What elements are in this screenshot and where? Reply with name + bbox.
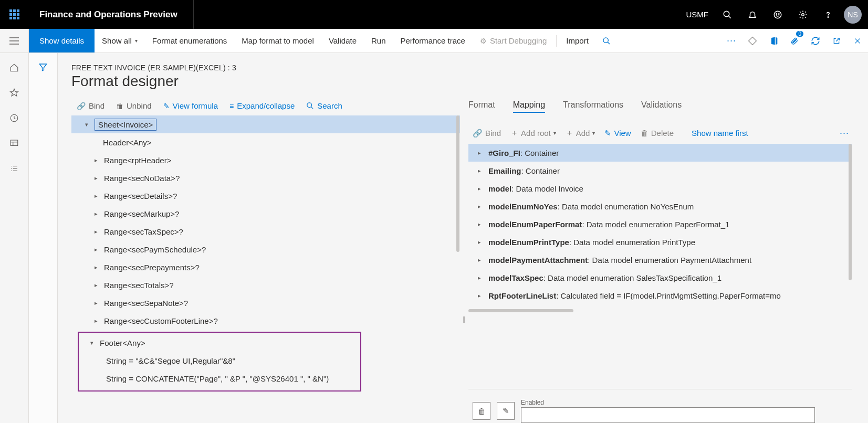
mapping-node[interactable]: ▸modelEnumPaperFormat: Data model enumer…: [468, 215, 852, 233]
expand-icon[interactable]: ▸: [91, 175, 101, 182]
expand-icon[interactable]: ▸: [91, 246, 101, 253]
office-icon[interactable]: [763, 29, 784, 52]
bind-button[interactable]: 🔗 Bind: [473, 129, 501, 138]
search-icon[interactable]: [715, 0, 740, 29]
tree-node-footer-string[interactable]: String = "&C&"Segoe UI,Regular"&8": [79, 352, 360, 369]
mapping-node[interactable]: ▸modelEnumPrintType: Data model enumerat…: [468, 233, 852, 251]
bind-button[interactable]: 🔗 Bind: [77, 101, 104, 110]
collapse-icon[interactable]: ▾: [87, 340, 97, 346]
tree-node[interactable]: ▸Range<secPrepayments>?: [71, 258, 460, 276]
edit-field-button[interactable]: ✎: [497, 402, 515, 420]
mapping-node[interactable]: ▸modelEnumNoYes: Data model enumeration …: [468, 197, 852, 215]
close-icon[interactable]: [847, 29, 868, 52]
show-name-first-button[interactable]: Show name first: [692, 129, 748, 138]
show-all-button[interactable]: Show all ▾: [95, 29, 145, 52]
expand-icon[interactable]: ▸: [91, 157, 101, 164]
format-enumerations-button[interactable]: Format enumerations: [145, 29, 235, 52]
expand-icon[interactable]: ▸: [475, 274, 484, 281]
scrollbar-horizontal[interactable]: [468, 309, 852, 313]
expand-icon[interactable]: ▸: [475, 150, 484, 156]
star-icon[interactable]: [9, 88, 19, 98]
scrollbar-vertical[interactable]: [456, 115, 460, 423]
tree-node[interactable]: ▸Range<secMarkup>?: [71, 205, 460, 223]
tree-node[interactable]: ▸Range<secPaymSchedule>?: [71, 240, 460, 258]
expand-icon[interactable]: ▸: [91, 210, 101, 217]
bell-icon[interactable]: [740, 0, 765, 29]
avatar[interactable]: NS: [844, 6, 862, 24]
diamond-icon[interactable]: [742, 29, 763, 52]
tree-node[interactable]: ▸Range<secCustomFooterLine>?: [71, 312, 460, 330]
recent-icon[interactable]: [9, 113, 19, 123]
legal-entity[interactable]: USMF: [680, 10, 715, 19]
tree-node[interactable]: Header<Any>: [71, 133, 460, 151]
expand-icon[interactable]: ▸: [475, 185, 484, 192]
modules-icon[interactable]: [9, 163, 19, 174]
workspace-icon[interactable]: [9, 138, 19, 149]
tree-node[interactable]: ▸Range<secDetails>?: [71, 187, 460, 205]
mapping-node[interactable]: ▸Emailing: Container: [468, 162, 852, 179]
search-button[interactable]: Search: [306, 101, 342, 110]
tree-node[interactable]: ▸Range<secNoData>?: [71, 169, 460, 187]
performance-trace-button[interactable]: Performance trace: [393, 29, 473, 52]
mapping-node[interactable]: ▸modelPaymentAttachment: Data model enum…: [468, 251, 852, 269]
validate-button[interactable]: Validate: [321, 29, 364, 52]
overflow-icon[interactable]: ···: [840, 128, 852, 139]
scrollbar-vertical[interactable]: [848, 144, 852, 280]
mapping-node[interactable]: ▸modelTaxSpec: Data model enumeration Sa…: [468, 269, 852, 287]
expand-icon[interactable]: ▸: [475, 221, 484, 228]
expand-icon[interactable]: ▸: [91, 282, 101, 289]
expand-icon[interactable]: ▸: [475, 167, 484, 174]
view-formula-button[interactable]: ✎ View formula: [163, 101, 218, 110]
popout-icon[interactable]: [826, 29, 847, 52]
tab-format[interactable]: Format: [468, 100, 495, 113]
tree-node-footer[interactable]: ▾Footer<Any>: [79, 334, 360, 352]
expand-icon[interactable]: ▸: [91, 228, 101, 235]
show-details-button[interactable]: Show details: [29, 29, 95, 52]
add-root-button[interactable]: ＋ Add root ▾: [510, 128, 556, 138]
expand-icon[interactable]: ▸: [91, 264, 101, 271]
filter-icon[interactable]: [38, 62, 48, 423]
expand-icon[interactable]: ▸: [475, 239, 484, 246]
scrollbar-thumb[interactable]: [849, 144, 852, 280]
add-button[interactable]: ＋ Add ▾: [566, 128, 595, 138]
unbind-button[interactable]: 🗑 Unbind: [116, 101, 152, 110]
gear-icon[interactable]: [790, 0, 815, 29]
tree-node-footer-string[interactable]: String = CONCATENATE("Page", " &P ", "@S…: [79, 369, 360, 387]
start-debugging-button[interactable]: ⚙ Start Debugging: [473, 29, 554, 52]
run-button[interactable]: Run: [364, 29, 393, 52]
collapse-icon[interactable]: ▾: [82, 121, 91, 128]
search-command-icon[interactable]: [596, 29, 617, 52]
import-button[interactable]: Import: [559, 29, 596, 52]
home-icon[interactable]: [9, 62, 19, 73]
tab-transformations[interactable]: Transformations: [563, 100, 623, 113]
tree-node[interactable]: ▸Range<secTotals>?: [71, 276, 460, 294]
scrollbar-thumb[interactable]: [468, 309, 573, 312]
mapping-node[interactable]: ▸model: Data model Invoice: [468, 179, 852, 197]
mapping-node[interactable]: ▸RptFooterLineList: Calculated field = I…: [468, 287, 852, 304]
view-button[interactable]: ✎ View: [604, 129, 631, 138]
map-format-button[interactable]: Map format to model: [234, 29, 321, 52]
tree-node-root[interactable]: ▾ Sheet<Invoice>: [71, 115, 460, 133]
attach-icon[interactable]: 0: [784, 29, 805, 52]
refresh-icon[interactable]: [805, 29, 826, 52]
tree-node[interactable]: ▸Range<secSepaNote>?: [71, 294, 460, 312]
expand-icon[interactable]: ▸: [475, 203, 484, 210]
expand-icon[interactable]: ▸: [91, 300, 101, 306]
tree-node[interactable]: ▸Range<rptHeader>: [71, 151, 460, 169]
mapping-node[interactable]: ▸#Giro_FI: Container: [468, 144, 852, 162]
tree-node[interactable]: ▸Range<secTaxSpec>?: [71, 223, 460, 240]
delete-field-button[interactable]: 🗑: [473, 402, 490, 420]
hamburger-icon[interactable]: [0, 29, 29, 52]
smile-icon[interactable]: [765, 0, 790, 29]
tab-mapping[interactable]: Mapping: [513, 100, 545, 113]
expand-icon[interactable]: ▸: [91, 193, 101, 199]
scrollbar-thumb[interactable]: [456, 115, 459, 252]
expand-icon[interactable]: ▸: [475, 292, 484, 299]
expand-collapse-button[interactable]: ≡ Expand/collapse: [229, 101, 295, 110]
enabled-input[interactable]: [521, 407, 815, 423]
delete-button[interactable]: 🗑 Delete: [641, 129, 674, 138]
tab-validations[interactable]: Validations: [641, 100, 682, 113]
overflow-icon[interactable]: ···: [721, 29, 742, 52]
expand-icon[interactable]: ▸: [91, 318, 101, 324]
expand-icon[interactable]: ▸: [475, 257, 484, 263]
